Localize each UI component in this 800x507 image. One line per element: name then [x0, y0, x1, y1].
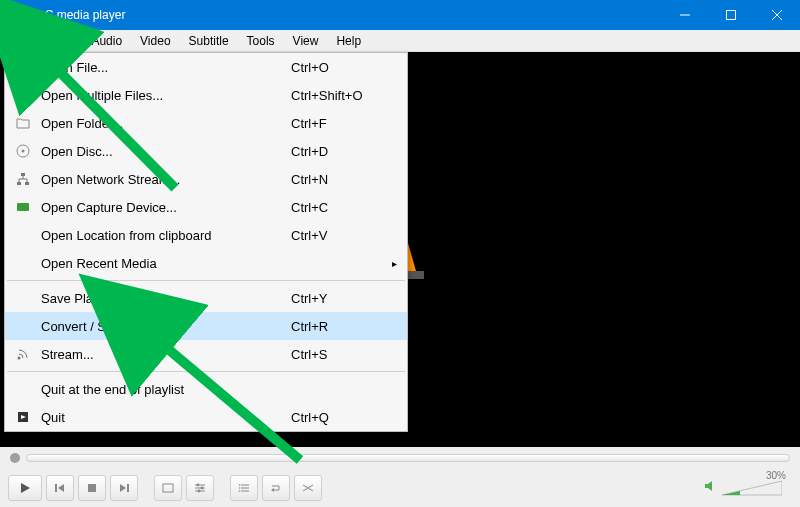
svg-rect-14: [21, 173, 25, 176]
svg-marker-21: [21, 483, 30, 493]
titlebar: VLC media player: [0, 0, 800, 30]
caption-buttons: [662, 0, 800, 30]
capture-icon: [11, 201, 35, 213]
svg-marker-9: [21, 64, 27, 70]
menu-help[interactable]: Help: [328, 32, 369, 50]
media-dropdown: Open File... Ctrl+O Open Multiple Files.…: [4, 52, 408, 432]
menu-stream[interactable]: Stream... Ctrl+S: [5, 340, 407, 368]
volume-percent: 30%: [766, 470, 786, 481]
quit-icon: [11, 410, 35, 424]
svg-rect-15: [17, 182, 21, 185]
svg-point-39: [239, 490, 241, 492]
menu-quit-end-playlist[interactable]: Quit at the end of playlist: [5, 375, 407, 403]
menu-open-multiple-files[interactable]: Open Multiple Files... Ctrl+Shift+O: [5, 81, 407, 109]
extended-settings-button[interactable]: [186, 475, 214, 501]
svg-point-13: [22, 150, 25, 153]
window-title: VLC media player: [30, 8, 125, 22]
maximize-button[interactable]: [708, 0, 754, 30]
next-button[interactable]: [110, 475, 138, 501]
menu-open-clipboard[interactable]: Open Location from clipboard Ctrl+V: [5, 221, 407, 249]
menu-open-network-stream[interactable]: Open Network Stream... Ctrl+N: [5, 165, 407, 193]
svg-rect-3: [727, 11, 736, 20]
menu-separator: [7, 280, 405, 281]
svg-marker-40: [271, 488, 274, 492]
svg-point-37: [239, 484, 241, 486]
speaker-icon[interactable]: [704, 479, 718, 497]
svg-marker-0: [13, 8, 19, 20]
menu-media[interactable]: Media: [4, 32, 53, 50]
play-file-icon: [11, 88, 35, 102]
bottom-bar: 30%: [0, 447, 800, 507]
submenu-arrow-icon: ▸: [392, 258, 397, 269]
svg-rect-26: [127, 484, 129, 492]
play-file-icon: [11, 60, 35, 74]
svg-rect-24: [88, 484, 96, 492]
menu-playback-partial[interactable]: ack: [55, 32, 82, 50]
menu-open-disc[interactable]: Open Disc... Ctrl+D: [5, 137, 407, 165]
svg-point-18: [18, 357, 21, 360]
menu-convert-save[interactable]: Convert / Save... Ctrl+R: [5, 312, 407, 340]
menu-open-file[interactable]: Open File... Ctrl+O: [5, 53, 407, 81]
minimize-button[interactable]: [662, 0, 708, 30]
svg-marker-11: [21, 92, 27, 98]
menu-open-folder[interactable]: Open Folder... Ctrl+F: [5, 109, 407, 137]
close-button[interactable]: [754, 0, 800, 30]
vlc-cone-icon: [8, 7, 24, 23]
seek-track[interactable]: [26, 454, 790, 462]
folder-icon: [11, 117, 35, 129]
svg-point-33: [198, 490, 201, 493]
volume-slider[interactable]: [722, 479, 782, 497]
svg-rect-1: [11, 20, 21, 22]
menu-tools[interactable]: Tools: [239, 32, 283, 50]
menu-quit[interactable]: Quit Ctrl+Q: [5, 403, 407, 431]
svg-marker-23: [58, 484, 64, 492]
play-button[interactable]: [8, 475, 42, 501]
seek-dot-icon: [10, 453, 20, 463]
menu-audio[interactable]: Audio: [83, 32, 130, 50]
svg-point-32: [201, 487, 204, 490]
menu-view[interactable]: View: [285, 32, 327, 50]
playback-controls: [0, 469, 800, 507]
svg-rect-17: [17, 203, 29, 211]
playlist-button[interactable]: [230, 475, 258, 501]
menu-subtitle[interactable]: Subtitle: [181, 32, 237, 50]
menu-open-capture-device[interactable]: Open Capture Device... Ctrl+C: [5, 193, 407, 221]
svg-rect-16: [25, 182, 29, 185]
seekbar[interactable]: [0, 447, 800, 469]
disc-icon: [11, 144, 35, 158]
svg-rect-27: [163, 484, 173, 492]
menu-open-recent[interactable]: Open Recent Media ▸: [5, 249, 407, 277]
menu-save-playlist[interactable]: Save Playlist to File... Ctrl+Y: [5, 284, 407, 312]
svg-marker-25: [120, 484, 126, 492]
loop-button[interactable]: [262, 475, 290, 501]
fullscreen-button[interactable]: [154, 475, 182, 501]
svg-marker-41: [705, 481, 712, 491]
menu-video[interactable]: Video: [132, 32, 178, 50]
menubar: Media ack Audio Video Subtitle Tools Vie…: [0, 30, 800, 52]
shuffle-button[interactable]: [294, 475, 322, 501]
volume-area: [704, 479, 792, 497]
stop-button[interactable]: [78, 475, 106, 501]
svg-point-38: [239, 487, 241, 489]
svg-rect-22: [55, 484, 57, 492]
svg-marker-42: [722, 481, 782, 495]
menu-separator: [7, 371, 405, 372]
svg-point-31: [197, 484, 200, 487]
stream-icon: [11, 347, 35, 361]
prev-button[interactable]: [46, 475, 74, 501]
network-icon: [11, 172, 35, 186]
